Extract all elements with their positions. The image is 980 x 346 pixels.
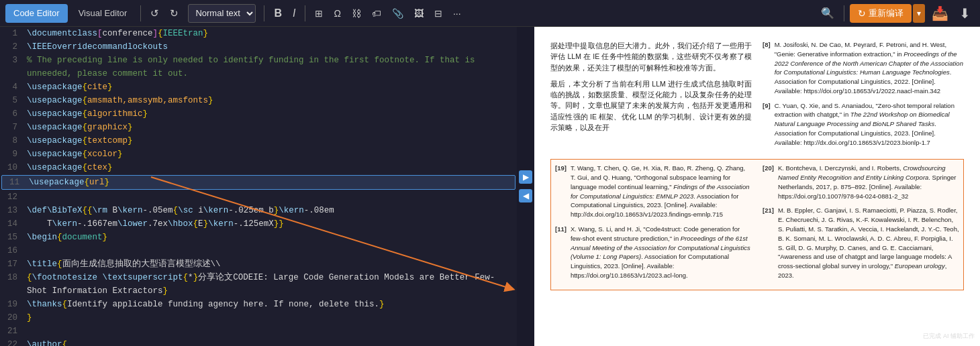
line-number: 9 — [0, 148, 24, 161]
ref-num: [20] — [763, 164, 774, 200]
code-line[interactable]: 22 \author{ — [0, 338, 517, 346]
code-line[interactable]: 7 \usepackage{graphicx} — [0, 121, 517, 134]
line-content — [24, 244, 517, 257]
pdf-col-right: [8] M. Josifoski, N. De Cao, M. Peyrard,… — [763, 40, 964, 152]
line-number: 12 — [0, 190, 24, 204]
line-content — [24, 325, 517, 338]
line-number: 6 — [0, 107, 24, 121]
ref-text: T. Wang, T. Chen, Q. Ge, H. Xia, R. Bao,… — [571, 164, 752, 219]
bold-button[interactable]: B — [270, 4, 286, 23]
ref-num: [8] — [763, 40, 771, 96]
code-line[interactable]: 20 } — [0, 311, 517, 325]
style-select[interactable]: Normal text — [188, 4, 256, 23]
line-number: 18 — [0, 271, 24, 284]
pdf-text-2: 最后，本文分析了当前在利用 LLM 进行生成式信息抽取时面临的挑战，如数据质量、… — [550, 78, 752, 133]
undo-button[interactable]: ↺ — [146, 4, 163, 23]
retranslate-group: ↻ 重新编译 ▾ — [850, 4, 925, 23]
line-content: % The preceding line is only needed to i… — [24, 54, 517, 67]
line-content: {\footnotesize \textsuperscript{*}分享论文CO… — [24, 271, 517, 284]
line-content: \usepackage{cite} — [24, 80, 517, 94]
ref-item-8: [8] M. Josifoski, N. De Cao, M. Peyrard,… — [763, 40, 964, 96]
code-line[interactable]: 1 \documentclass[conference]{IEEEtran} — [0, 27, 517, 40]
tab-code-editor[interactable]: Code Editor — [5, 4, 68, 23]
code-line[interactable]: 9 \usepackage{xcolor} — [0, 148, 517, 161]
line-content: Shot Information Extractors} — [24, 284, 517, 298]
code-line-highlighted[interactable]: 11 \usepackage{url} — [1, 175, 516, 190]
code-line[interactable]: 18 {\footnotesize \textsuperscript{*}分享论… — [0, 271, 517, 284]
code-line[interactable]: 14 T\kern-.1667em\lower.7ex\hbox{E}\kern… — [0, 217, 517, 231]
line-content: \usepackage{amsmath,amssymb,amsfonts} — [24, 94, 517, 107]
code-line[interactable]: 15 \begin{document} — [0, 231, 517, 244]
code-line[interactable]: 2 \IEEEoverridecommandlockouts — [0, 40, 517, 54]
code-line[interactable]: unneeded, please comment it out. — [0, 67, 517, 80]
code-line[interactable]: 16 — [0, 244, 517, 257]
line-content: \begin{document} — [24, 231, 517, 244]
pdf-content: 据处理中提取信息的巨大潜力。此外，我们还介绍了一些用于评估 LLM 在 IE 任… — [534, 27, 980, 346]
line-number: 4 — [0, 80, 24, 94]
line-content: \author{ — [24, 338, 517, 346]
list-icon-button[interactable]: ⊞ — [311, 4, 327, 23]
code-line[interactable]: 3 % The preceding line is only needed to… — [0, 54, 517, 67]
line-number: 3 — [0, 54, 24, 67]
code-line[interactable]: Shot Information Extractors} — [0, 284, 517, 298]
toolbar: Code Editor Visual Editor ↺ ↻ Normal tex… — [0, 0, 980, 27]
ref-text: M. B. Eppler, C. Ganjavi, I. S. Ramaecio… — [778, 206, 959, 280]
divider-1 — [140, 5, 141, 21]
divider-2 — [264, 5, 264, 21]
code-line[interactable]: 12 — [0, 190, 517, 204]
divider-4 — [844, 5, 844, 21]
code-editor-panel[interactable]: 1 \documentclass[conference]{IEEEtran} 2… — [0, 27, 517, 346]
pdf-two-col-top: 据处理中提取信息的巨大潜力。此外，我们还介绍了一些用于评估 LLM 在 IE 任… — [550, 40, 964, 152]
ref-text: X. Wang, S. Li, and H. Ji, "Code4struct:… — [571, 225, 752, 280]
table-button[interactable]: ⊟ — [430, 4, 446, 23]
code-line[interactable]: 8 \usepackage{textcomp} — [0, 134, 517, 148]
center-nav: ▶ ◀ — [517, 27, 534, 346]
line-number: 1 — [0, 27, 24, 40]
line-number: 16 — [0, 244, 24, 257]
ref-item-20: [20] K. Bontcheva, I. Derczynski, and I.… — [763, 164, 959, 200]
omega-button[interactable]: Ω — [330, 4, 344, 23]
save-icon-button[interactable]: 📥 — [928, 4, 952, 23]
ref-num: [19] — [555, 164, 567, 219]
line-number: 7 — [0, 121, 24, 134]
code-line[interactable]: 4 \usepackage{cite} — [0, 80, 517, 94]
bookmark-button[interactable]: 🏷 — [368, 4, 385, 23]
line-number: 14 — [0, 217, 24, 231]
nav-left-button[interactable]: ◀ — [519, 189, 532, 203]
retranslate-dropdown-button[interactable]: ▾ — [913, 4, 925, 23]
retranslate-button[interactable]: ↻ 重新编译 — [850, 4, 912, 23]
line-content: \documentclass[conference]{IEEEtran} — [24, 27, 517, 40]
line-content: \usepackage{xcolor} — [24, 148, 517, 161]
code-line[interactable]: 13 \def\BibTeX{{\rm B\kern-.05em{\sc i\k… — [0, 204, 517, 217]
code-line[interactable]: 21 — [0, 325, 517, 338]
line-content: \title{面向生成信息抽取的大型语言模型综述\\ — [24, 257, 517, 271]
pdf-preview-panel[interactable]: 据处理中提取信息的巨大潜力。此外，我们还介绍了一些用于评估 LLM 在 IE 任… — [534, 27, 980, 346]
attachment-button[interactable]: 📎 — [388, 4, 407, 23]
tab-visual-editor[interactable]: Visual Editor — [70, 4, 136, 23]
nav-right-button[interactable]: ▶ — [519, 170, 532, 184]
italic-button[interactable]: I — [289, 4, 299, 23]
code-line[interactable]: 5 \usepackage{amsmath,amssymb,amsfonts} — [0, 94, 517, 107]
main-container: 1 \documentclass[conference]{IEEEtran} 2… — [0, 27, 980, 346]
ref-num: [9] — [763, 101, 771, 148]
ref-item-19: [19] T. Wang, T. Chen, Q. Ge, H. Xia, R.… — [555, 164, 752, 219]
line-number: 5 — [0, 94, 24, 107]
code-line[interactable]: 6 \usepackage{algorithmic} — [0, 107, 517, 121]
line-number: 13 — [0, 204, 24, 217]
more-button[interactable]: ··· — [449, 4, 465, 23]
code-lines: 1 \documentclass[conference]{IEEEtran} 2… — [0, 27, 517, 346]
code-line[interactable]: 17 \title{面向生成信息抽取的大型语言模型综述\\ — [0, 257, 517, 271]
search-button[interactable]: 🔍 — [817, 4, 838, 23]
line-number: 21 — [0, 325, 24, 338]
code-line[interactable]: 10 \usepackage{ctex} — [0, 161, 517, 174]
line-content: \usepackage{url} — [26, 176, 515, 189]
line-content — [24, 190, 517, 204]
link-button[interactable]: ⛓ — [348, 4, 365, 23]
image-button[interactable]: 🖼 — [410, 4, 428, 23]
code-line[interactable]: 19 \thanks{Identify applicable funding a… — [0, 298, 517, 311]
ref-item-11: [11] X. Wang, S. Li, and H. Ji, "Code4st… — [555, 225, 752, 280]
redo-button[interactable]: ↻ — [166, 4, 183, 23]
download-icon-button[interactable]: ⬇ — [955, 4, 975, 23]
ref-text: C. Yuan, Q. Xie, and S. Ananiadou, "Zero… — [775, 101, 964, 148]
line-content: \usepackage{algorithmic} — [24, 107, 517, 121]
